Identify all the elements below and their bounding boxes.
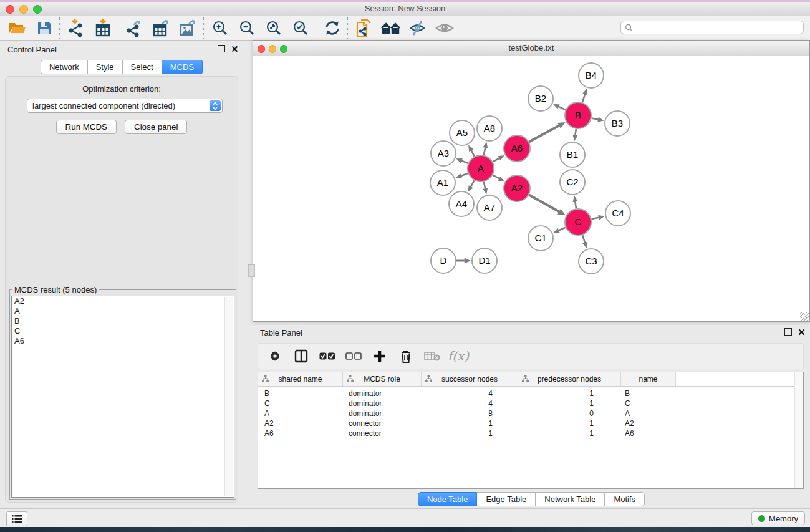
import-table-button[interactable] xyxy=(89,17,116,39)
tab-mcds[interactable]: MCDS xyxy=(162,60,203,74)
tab-network[interactable]: Network xyxy=(41,60,88,74)
graph-edge-B-B2[interactable] xyxy=(558,107,566,110)
mcds-result-item[interactable]: B xyxy=(12,316,234,326)
export-image-button[interactable] xyxy=(175,17,201,39)
network-canvas[interactable]: B4B2BB3A8A5A6A3B1AA1C2A2A4A7C4CC1C3DD1 xyxy=(253,56,809,321)
column-header[interactable]: MCDS role xyxy=(343,372,422,386)
table-cell[interactable]: B xyxy=(258,389,342,399)
zoom-selected-button[interactable] xyxy=(287,17,314,39)
table-row[interactable]: Adominator80A xyxy=(258,409,803,418)
table-row[interactable]: A6connector11A6 xyxy=(258,428,803,438)
close-panel-icon[interactable] xyxy=(798,329,805,336)
hide-graphics-button[interactable] xyxy=(404,17,431,39)
table-cell[interactable]: B xyxy=(619,389,673,399)
tab-style[interactable]: Style xyxy=(88,60,123,74)
graph-edge-C-C2[interactable] xyxy=(575,201,576,208)
table-cell[interactable]: connector xyxy=(342,418,420,428)
run-mcds-button[interactable]: Run MCDS xyxy=(56,120,117,134)
network-graph[interactable]: B4B2BB3A8A5A6A3B1AA1C2A2A4A7C4CC1C3DD1 xyxy=(253,56,809,321)
delete-column-button[interactable] xyxy=(397,347,415,365)
graph-edge-A-A5[interactable] xyxy=(471,150,474,156)
mcds-result-item[interactable]: A6 xyxy=(12,336,234,346)
zoom-in-button[interactable] xyxy=(206,17,233,39)
table-cell[interactable]: 8 xyxy=(420,409,516,418)
table-cell[interactable]: 1 xyxy=(420,418,516,428)
search-input[interactable] xyxy=(633,22,803,32)
export-table-button[interactable] xyxy=(148,17,175,39)
tab-edge-table[interactable]: Edge Table xyxy=(477,492,536,506)
table-cell[interactable]: 4 xyxy=(420,389,516,399)
table-cell[interactable]: 0 xyxy=(516,409,619,418)
graph-edge-B-B3[interactable] xyxy=(592,118,599,119)
search-field[interactable] xyxy=(620,21,804,34)
create-network-view-button[interactable] xyxy=(350,17,377,39)
column-header[interactable]: shared name xyxy=(258,372,343,386)
pane-divider-handle[interactable] xyxy=(248,264,255,277)
table-row[interactable]: Cdominator41C xyxy=(258,399,803,409)
mcds-result-item[interactable]: A2 xyxy=(12,296,234,306)
table-cell[interactable]: dominator xyxy=(342,389,420,399)
show-column-button[interactable] xyxy=(292,347,311,365)
float-panel-icon[interactable] xyxy=(784,328,792,336)
table-cell[interactable]: A2 xyxy=(619,418,673,428)
task-history-button[interactable] xyxy=(6,511,27,526)
graph-edge-C-C3[interactable] xyxy=(582,235,585,243)
graph-edge-A6-B[interactable] xyxy=(529,125,559,142)
graph-edge-A-A8[interactable] xyxy=(484,147,486,155)
table-cell[interactable]: A6 xyxy=(619,428,673,438)
zoom-fit-button[interactable] xyxy=(260,17,287,39)
table-cell[interactable]: dominator xyxy=(342,399,420,409)
table-cell[interactable]: 1 xyxy=(420,428,516,438)
graph-edge-C-C4[interactable] xyxy=(591,218,599,220)
select-all-button[interactable] xyxy=(318,347,337,365)
tab-select[interactable]: Select xyxy=(123,60,162,74)
close-panel-button[interactable]: Close panel xyxy=(125,120,187,134)
table-cell[interactable]: 1 xyxy=(516,428,619,438)
mcds-result-item[interactable]: A xyxy=(12,306,234,316)
graph-edge-A-A2[interactable] xyxy=(493,175,499,179)
import-network-button[interactable] xyxy=(62,17,89,39)
graph-edge-A-A6[interactable] xyxy=(493,158,499,162)
table-cell[interactable]: A2 xyxy=(258,418,342,428)
close-panel-icon[interactable] xyxy=(231,46,238,52)
graph-edge-A-A4[interactable] xyxy=(471,180,475,187)
graph-edge-B-B4[interactable] xyxy=(582,94,586,102)
memory-button[interactable]: Memory xyxy=(751,511,805,525)
export-network-button[interactable] xyxy=(121,17,148,39)
table-cell[interactable]: C xyxy=(619,399,673,409)
criterion-select[interactable]: largest connected component (directed) xyxy=(27,99,223,113)
column-header[interactable]: predecessor nodes xyxy=(518,372,621,386)
open-file-button[interactable] xyxy=(4,17,31,39)
resize-grip[interactable] xyxy=(800,312,809,321)
table-row[interactable]: A2connector11A2 xyxy=(258,418,803,428)
table-scrollbar[interactable] xyxy=(794,372,803,488)
graph-edge-A-A3[interactable] xyxy=(461,160,468,163)
add-column-button[interactable] xyxy=(370,347,389,365)
float-panel-icon[interactable] xyxy=(218,45,225,52)
table-row[interactable]: Bdominator41B xyxy=(258,389,803,399)
table-cell[interactable]: A xyxy=(258,409,342,418)
mcds-result-item[interactable]: C xyxy=(12,326,234,336)
function-builder-button[interactable]: f(x) xyxy=(449,347,468,365)
apply-layout-button[interactable] xyxy=(319,17,345,39)
graph-edge-A2-C[interactable] xyxy=(529,195,559,212)
tab-motifs[interactable]: Motifs xyxy=(605,492,645,506)
tab-node-table[interactable]: Node Table xyxy=(418,492,478,506)
graph-edge-A-A7[interactable] xyxy=(484,181,486,189)
table-cell[interactable]: dominator xyxy=(342,409,420,418)
home-view-button[interactable] xyxy=(377,17,404,39)
delete-table-button[interactable] xyxy=(423,347,441,365)
graph-edge-B-B1[interactable] xyxy=(575,129,576,136)
save-session-button[interactable] xyxy=(31,17,57,39)
table-cell[interactable]: A6 xyxy=(258,428,342,438)
table-cell[interactable]: connector xyxy=(342,428,420,438)
tab-network-table[interactable]: Network Table xyxy=(536,492,605,506)
column-header[interactable]: successor nodes xyxy=(422,372,518,386)
table-settings-button[interactable] xyxy=(266,347,284,365)
table-cell[interactable]: C xyxy=(258,399,342,409)
mcds-result-list[interactable]: A2ABCA6 xyxy=(11,296,234,498)
column-header[interactable]: name xyxy=(621,372,676,386)
table-cell[interactable]: 1 xyxy=(516,418,619,428)
list-scrollbar[interactable] xyxy=(224,297,233,496)
table-cell[interactable]: A xyxy=(619,409,673,418)
